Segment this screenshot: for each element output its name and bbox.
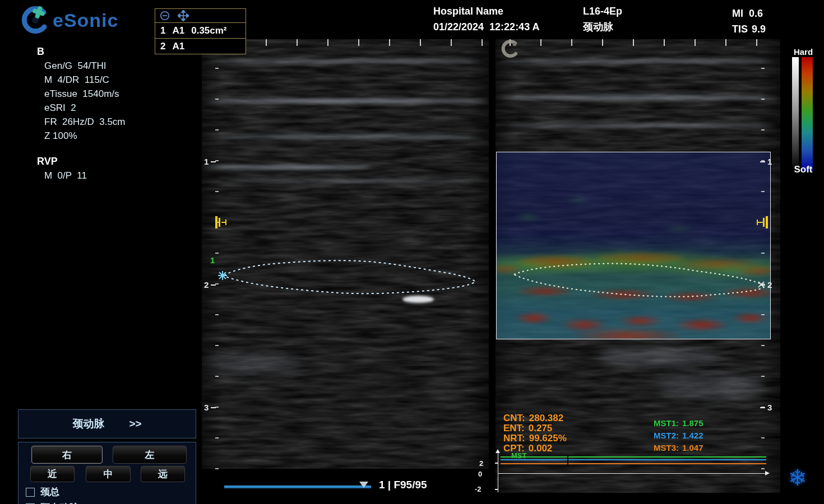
checkbox-ica-label: 颈内动脉 xyxy=(40,501,78,504)
metric-mst3: MST3:1.047 xyxy=(654,442,703,454)
grayscale-bar xyxy=(792,57,799,171)
probe-name: L16-4Ep xyxy=(583,3,622,19)
cine-progress-bar[interactable] xyxy=(224,486,371,488)
side-button-left[interactable]: 左 xyxy=(113,446,187,464)
preset-selector-button[interactable]: 颈动脉 >> xyxy=(18,409,196,438)
probe-orientation-icon xyxy=(501,39,520,59)
imaging-parameters-panel: B Gen/G 54/THI M 4/DR 115/C eTissue 1540… xyxy=(37,45,126,183)
param-line: eSRI 2 xyxy=(37,101,126,115)
patient-info-block: Hospital Name 01/22/2024 12:22:43 A xyxy=(433,3,539,35)
graph-y-tick xyxy=(495,489,498,490)
graph-x-arrow xyxy=(765,471,770,475)
depth-label-1: 1 xyxy=(760,157,772,166)
graph-ylabel-neg2: -2 xyxy=(475,485,482,493)
graph-y-tick xyxy=(495,463,498,464)
acoustic-output-block: MI0.6 TIS9.9 xyxy=(732,6,766,37)
esonic-logo-text: eSonic xyxy=(53,10,118,31)
checkbox-row-cca: 颈总 xyxy=(26,486,59,498)
mst3-trend-line xyxy=(501,463,766,464)
graph-x-axis xyxy=(498,473,766,474)
hospital-name: Hospital Name xyxy=(433,3,539,19)
metric-mst1: MST1:1.875 xyxy=(654,417,703,430)
depth-label-2: 2 xyxy=(760,280,772,290)
depth-button-mid[interactable]: 中 xyxy=(86,466,131,482)
param-line: FR 26Hz/D 3.5cm xyxy=(37,115,126,129)
cine-position-handle[interactable] xyxy=(359,482,368,488)
depth-label-3: 3 xyxy=(204,403,216,412)
metric-nrt: NRT:99.625% xyxy=(503,433,567,444)
mode-label: B xyxy=(37,45,126,59)
measurement-results-box[interactable]: 1 A1 0.35cm² 2 A1 xyxy=(155,8,246,54)
checkbox-row-ica: 颈内动脉 xyxy=(26,501,78,504)
param-line: Gen/G 54/THI xyxy=(37,59,126,73)
caliper-marker-icon xyxy=(218,271,227,280)
measure-num: 1 xyxy=(160,25,165,36)
param-line: Z 100% xyxy=(37,129,126,143)
trace-contour-left xyxy=(202,39,489,469)
graph-ylabel-0: 0 xyxy=(478,470,482,478)
measure-label: A1 xyxy=(172,25,184,36)
graph-frame-cursor xyxy=(567,455,568,465)
esonic-logo: eSonic xyxy=(20,6,118,35)
metric-mst2: MST2:1.422 xyxy=(654,430,703,442)
collapse-minus-icon[interactable] xyxy=(160,11,170,21)
mst1-trend-line xyxy=(501,456,766,458)
checkbox-cca-label: 颈总 xyxy=(40,486,59,498)
cine-frame-counter: 1 | F95/95 xyxy=(379,479,427,491)
measurement-row: 2 A1 xyxy=(155,38,246,54)
depth-label-2: 2 xyxy=(204,280,216,290)
elasto-scale-soft-label: Soft xyxy=(789,164,817,175)
trace-number-label: 1 xyxy=(210,255,215,265)
metric-cnt: CNT:280.382 xyxy=(503,413,567,423)
elasto-metrics-left: CNT:280.382 ENT:0.275 NRT:99.625% CPT:0.… xyxy=(503,413,567,454)
vessel-side-panel: 右 左 近 中 远 颈总 颈内动脉 xyxy=(18,442,196,504)
rvp-line: M 0/P 11 xyxy=(37,169,126,183)
preset-selector-label: 颈动脉 xyxy=(72,417,104,431)
measure-label: A1 xyxy=(172,41,184,52)
depth-ruler-right xyxy=(761,68,765,483)
graph-y-arrow xyxy=(496,449,500,453)
param-line: eTissue 1540m/s xyxy=(37,87,126,101)
focus-marker-right xyxy=(756,216,768,228)
elasto-color-bar xyxy=(802,57,813,171)
measurement-box-header xyxy=(155,9,246,23)
tis-row: TIS9.9 xyxy=(732,21,766,37)
mst2-trend-line xyxy=(501,459,766,460)
measurement-row: 1 A1 0.35cm² xyxy=(155,23,246,38)
measure-num: 2 xyxy=(160,41,165,52)
probe-info-block: L16-4Ep 颈动脉 xyxy=(583,3,622,35)
esonic-logo-icon xyxy=(20,6,49,35)
param-line: M 4/DR 115/C xyxy=(37,73,126,87)
depth-button-far[interactable]: 远 xyxy=(141,466,185,482)
exam-preset: 颈动脉 xyxy=(583,19,622,35)
depth-label-1: 1 xyxy=(204,157,216,166)
graph-ylabel-2: 2 xyxy=(479,459,483,468)
mst-graph-label: MST xyxy=(511,451,526,460)
elasto-metrics-mst: MST1:1.875 MST2:1.422 MST3:1.047 xyxy=(654,417,703,454)
metric-ent: ENT:0.275 xyxy=(503,423,567,433)
expand-chevrons: >> xyxy=(129,418,141,430)
measure-value: 0.35cm² xyxy=(191,25,226,36)
graph-y-axis xyxy=(498,453,498,492)
freeze-indicator-icon: ❄ xyxy=(788,465,807,491)
move-handle-icon[interactable] xyxy=(178,10,189,21)
elasto-scale-hard-label: Hard xyxy=(789,47,817,57)
depth-label-3: 3 xyxy=(760,403,772,412)
checkbox-cca[interactable] xyxy=(26,488,35,497)
mi-row: MI0.6 xyxy=(732,6,766,21)
rvp-label: RVP xyxy=(37,155,126,169)
focus-marker-left xyxy=(215,216,228,228)
exam-datetime: 01/22/2024 12:22:43 A xyxy=(433,19,539,35)
ultrasound-app-screen: 1 1 2 3 1 2 3 xyxy=(0,0,824,504)
side-button-right[interactable]: 右 xyxy=(31,446,103,464)
depth-button-near[interactable]: 近 xyxy=(30,466,75,482)
